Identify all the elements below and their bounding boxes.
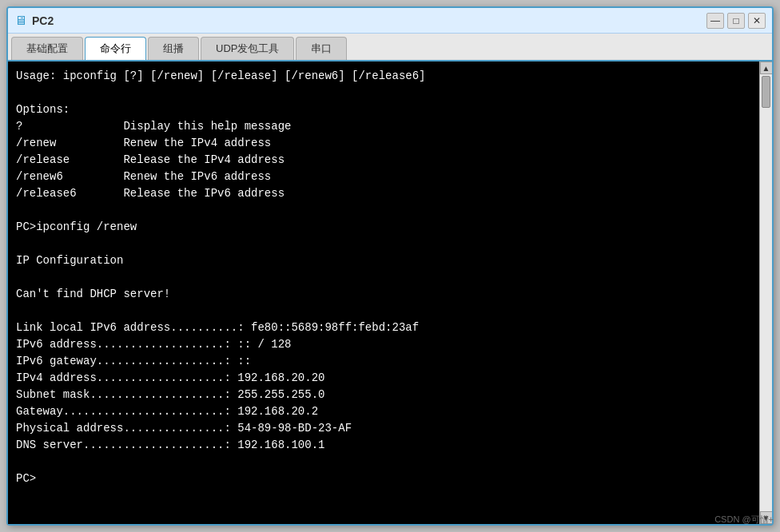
- maximize-button[interactable]: □: [727, 13, 745, 29]
- tab-udp-tool[interactable]: UDP发包工具: [201, 37, 294, 60]
- terminal-output[interactable]: Usage: ipconfig [?] [/renew] [/release] …: [8, 62, 759, 524]
- app-icon: 🖥: [14, 14, 27, 28]
- scroll-up-button[interactable]: ▲: [760, 62, 773, 74]
- tab-bar: 基础配置 命令行 组播 UDP发包工具 串口: [8, 34, 772, 62]
- scroll-thumb[interactable]: [762, 76, 770, 108]
- minimize-button[interactable]: —: [706, 13, 724, 29]
- close-button[interactable]: ✕: [748, 13, 766, 29]
- main-window: 🖥 PC2 — □ ✕ 基础配置 命令行 组播 UDP发包工具 串口 Usage…: [6, 6, 774, 526]
- watermark: CSDN @可惜+: [714, 514, 774, 526]
- tab-command-line[interactable]: 命令行: [85, 37, 146, 60]
- window-title: PC2: [32, 14, 54, 27]
- content-area: Usage: ipconfig [?] [/renew] [/release] …: [8, 62, 772, 524]
- tab-basic-config[interactable]: 基础配置: [11, 37, 83, 60]
- scroll-track[interactable]: [760, 74, 772, 511]
- scrollbar[interactable]: ▲ ▼: [759, 62, 772, 524]
- tab-serial[interactable]: 串口: [296, 37, 347, 60]
- tab-multicast[interactable]: 组播: [148, 37, 199, 60]
- title-buttons: — □ ✕: [706, 13, 766, 29]
- title-bar: 🖥 PC2 — □ ✕: [8, 8, 772, 34]
- title-left: 🖥 PC2: [14, 14, 54, 28]
